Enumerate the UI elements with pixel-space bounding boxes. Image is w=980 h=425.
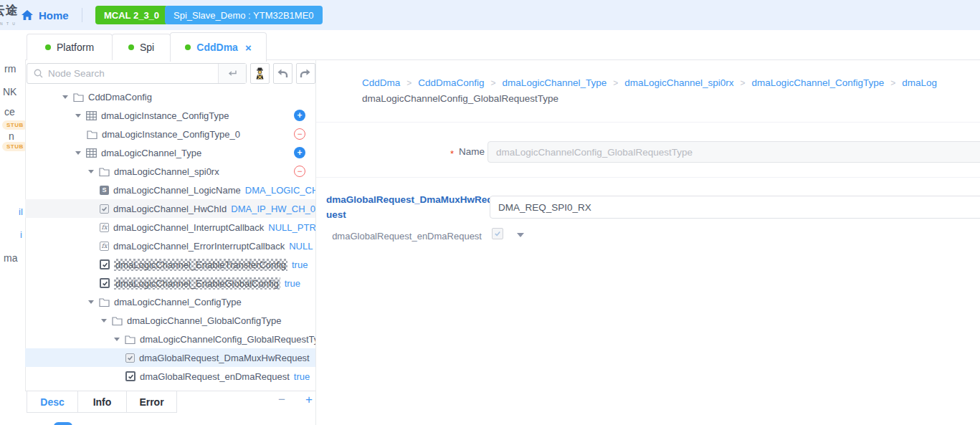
tree-node-label: dmaLogicChannelConfig_GlobalRequestType bbox=[140, 334, 315, 345]
panel-divider bbox=[315, 60, 316, 425]
tree-node-value: NULL_PTR bbox=[268, 222, 315, 233]
yuntu-logo: 云途 N T U bbox=[0, 4, 23, 30]
tree-node-label: CddDmaConfig bbox=[88, 92, 152, 102]
node-search-input[interactable]: Node Search bbox=[27, 63, 247, 84]
breadcrumb-separator-icon: > bbox=[890, 78, 895, 88]
dmamux-input[interactable]: DMA_REQ_SPI0_RX bbox=[490, 196, 980, 219]
tree-row[interactable]: dmaGlobalRequest_DmaMuxHwRequest bbox=[25, 348, 315, 367]
tree-node-value: NULL bbox=[289, 241, 313, 252]
config-tree: CddDmaConfigdmaLogicInstance_ConfigType+… bbox=[25, 86, 315, 391]
string-icon: S bbox=[100, 186, 109, 195]
collapse-arrow-icon[interactable] bbox=[74, 111, 82, 120]
add-instance-button[interactable]: + bbox=[294, 147, 305, 158]
search-submit-button[interactable] bbox=[218, 64, 246, 83]
remove-instance-button[interactable]: − bbox=[294, 166, 305, 177]
tab-info[interactable]: Info bbox=[77, 391, 127, 413]
check-icon bbox=[494, 230, 501, 237]
collapse-panel-button[interactable]: − bbox=[275, 393, 289, 407]
tree-row[interactable]: SdmaLogicChannel_LogicNameDMA_LOGIC_CH bbox=[25, 181, 315, 199]
tree-row[interactable]: fxdmaLogicChannel_ErrorInterruptCallback… bbox=[25, 237, 315, 255]
undo-button[interactable] bbox=[273, 63, 292, 84]
tab-cdddma[interactable]: CddDma × bbox=[170, 32, 267, 62]
tree-node-label: dmaLogicChannel_ErrorInterruptCallback bbox=[113, 241, 285, 252]
tree-row[interactable]: dmaLogicChannel_spi0rx− bbox=[25, 162, 315, 181]
endma-checkbox[interactable] bbox=[492, 228, 503, 239]
remove-instance-button[interactable]: − bbox=[294, 128, 305, 140]
project-badge[interactable]: Spi_Slave_Demo : YTM32B1ME0 bbox=[165, 6, 323, 24]
tree-row[interactable]: dmaLogicChannelConfig_GlobalRequestType bbox=[25, 330, 315, 348]
detail-panel: CddDma>CddDmaConfig>dmaLogicChannel_Type… bbox=[315, 60, 980, 425]
breadcrumb-item[interactable]: CddDma bbox=[362, 77, 400, 88]
search-placeholder: Node Search bbox=[48, 68, 218, 79]
tree-row[interactable]: dmaLogicChannel_EnableGlobalConfigtrue bbox=[25, 274, 315, 292]
close-tab-icon[interactable]: × bbox=[245, 42, 252, 53]
tree-node-label: dmaLogicChannel_Type bbox=[101, 148, 201, 158]
tree-row[interactable]: dmaLogicChannel_EnableTransferConfigtrue bbox=[25, 255, 315, 274]
tree-node-label: dmaLogicChannel_EnableGlobalConfig bbox=[114, 277, 280, 290]
breadcrumb-item[interactable]: dmaLogicChannel_Type bbox=[503, 77, 607, 88]
tree-row[interactable]: dmaLogicChannel_HwChIdDMA_IP_HW_CH_0 bbox=[25, 199, 315, 218]
dmamux-field-label: dmaGlobalRequest_DmaMuxHwRequest bbox=[326, 192, 493, 222]
collapse-arrow-icon[interactable] bbox=[61, 92, 70, 101]
tree-row[interactable]: dmaLogicChannel_GlobalConfigType bbox=[25, 311, 315, 330]
endma-field-label: dmaGlobalRequest_enDmaRequest bbox=[315, 230, 482, 243]
collapse-arrow-icon[interactable] bbox=[100, 316, 108, 325]
folder-icon bbox=[87, 130, 97, 139]
tree-node-label: dmaLogicChannel_spi0rx bbox=[114, 166, 219, 177]
collapse-arrow-icon[interactable] bbox=[74, 148, 82, 157]
tree-node-value: true bbox=[285, 278, 300, 289]
tree-row[interactable]: dmaLogicChannel_ConfigType bbox=[25, 292, 315, 311]
fx-icon: fx bbox=[100, 223, 109, 232]
tab-error[interactable]: Error bbox=[126, 391, 177, 413]
tree-row[interactable]: dmaLogicChannelConfig_GlobalInterrupt bbox=[25, 386, 315, 391]
tree-row[interactable]: fxdmaLogicChannel_InterruptCallbackNULL_… bbox=[25, 218, 315, 237]
home-button[interactable]: Home bbox=[22, 0, 69, 30]
section-divider bbox=[315, 177, 980, 178]
tree-node-label: dmaLogicChannel_ConfigType bbox=[114, 297, 242, 307]
tree-node-value: DMA_IP_HW_CH_0 bbox=[231, 204, 315, 214]
checkbox-icon[interactable] bbox=[100, 278, 110, 288]
header-divider bbox=[82, 8, 82, 22]
redo-button[interactable] bbox=[296, 63, 315, 84]
folder-icon bbox=[73, 92, 84, 102]
breadcrumb-item[interactable]: dmaLog bbox=[902, 77, 937, 88]
bottom-panel: Desc Info Error − + bbox=[25, 391, 315, 425]
tree-node-label: dmaGlobalRequest_enDmaRequest bbox=[140, 371, 290, 382]
tab-desc[interactable]: Desc bbox=[27, 391, 78, 413]
home-icon bbox=[22, 10, 33, 20]
tree-row[interactable]: dmaGlobalRequest_enDmaRequesttrue bbox=[25, 367, 315, 386]
tree-node-label: dmaLogicInstance_ConfigType_0 bbox=[102, 129, 240, 140]
dropdown-caret-icon[interactable] bbox=[517, 233, 524, 241]
tree-row[interactable]: dmaLogicChannel_Type+ bbox=[25, 143, 315, 162]
breadcrumb-separator-icon: > bbox=[406, 78, 411, 88]
tree-node-label: dmaLogicChannel_EnableTransferConfig bbox=[114, 259, 287, 271]
status-dot-icon bbox=[185, 44, 191, 50]
breadcrumb-current: dmaLogicChannelConfig_GlobalRequestType bbox=[362, 92, 980, 106]
tree-node-value: DMA_LOGIC_CH bbox=[245, 185, 315, 196]
breadcrumb-item[interactable]: dmaLogicChannel_ConfigType bbox=[752, 77, 885, 88]
name-input: dmaLogicChannelConfig_GlobalRequestType bbox=[487, 141, 980, 163]
collapse-arrow-icon[interactable] bbox=[87, 167, 95, 176]
tab-spi[interactable]: Spi bbox=[112, 34, 171, 60]
breadcrumb-item[interactable]: dmaLogicChannel_spi0rx bbox=[624, 77, 733, 88]
collapse-arrow-icon[interactable] bbox=[113, 335, 121, 343]
tree-row[interactable]: dmaLogicInstance_ConfigType_0− bbox=[25, 125, 315, 143]
mcal-version-badge[interactable]: MCAL 2_3_0 bbox=[95, 6, 168, 24]
tree-node-value: true bbox=[294, 371, 310, 382]
breadcrumb-item[interactable]: CddDmaConfig bbox=[418, 77, 484, 88]
tree-row[interactable]: dmaLogicInstance_ConfigType+ bbox=[25, 106, 315, 125]
table-icon bbox=[86, 111, 97, 120]
sidebar-fragment: ma bbox=[4, 252, 17, 264]
checkbox-icon[interactable] bbox=[125, 371, 135, 381]
collapse-arrow-icon[interactable] bbox=[87, 297, 95, 306]
expand-panel-button[interactable]: + bbox=[302, 393, 316, 407]
tab-platform[interactable]: Platform bbox=[27, 34, 113, 60]
tree-row[interactable]: CddDmaConfig bbox=[25, 87, 315, 106]
checkbox-icon[interactable] bbox=[100, 259, 110, 269]
add-instance-button[interactable]: + bbox=[294, 110, 305, 121]
app-window: 云途 N T U Home MCAL 2_3_0 Spi_Slave_Demo … bbox=[0, 0, 980, 425]
enum-icon bbox=[125, 353, 135, 363]
left-strip: rmNKceSTUBnSTUBilima bbox=[0, 30, 26, 425]
sidebar-fragment: NK bbox=[3, 86, 16, 97]
wizard-button[interactable] bbox=[250, 63, 270, 84]
